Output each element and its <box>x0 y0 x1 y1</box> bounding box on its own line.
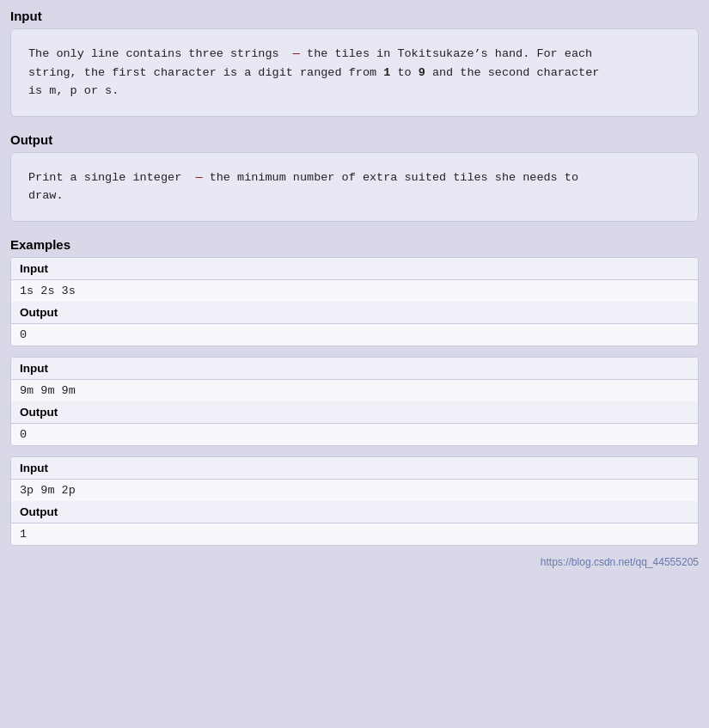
example-1-input-value: 1s 2s 3s <box>11 280 698 302</box>
output-label: Output <box>10 132 699 147</box>
output-dash: — <box>195 171 202 184</box>
example-2-output-value: 0 <box>11 424 698 445</box>
character-word: character <box>154 66 217 79</box>
example-block-2: Input 9m 9m 9m Output 0 <box>10 357 699 446</box>
example-2-input-label: Input <box>11 358 698 380</box>
example-block-1: Input 1s 2s 3s Output 0 <box>10 257 699 346</box>
example-block-3: Input 3p 9m 2p Output 1 <box>10 456 699 546</box>
example-3-output-label: Output <box>11 501 698 523</box>
output-section: Output Print a single integer — the mini… <box>10 132 699 222</box>
input-dash: — <box>293 47 300 60</box>
or-word: or <box>84 84 98 97</box>
examples-label: Examples <box>10 237 699 252</box>
example-2-input-value: 9m 9m 9m <box>11 380 698 401</box>
example-3-input-label: Input <box>11 457 698 480</box>
num-9: 9 <box>419 66 425 79</box>
example-1-output-label: Output <box>11 302 698 324</box>
output-content-box: Print a single integer — the minimum num… <box>10 152 699 222</box>
input-section: Input The only line contains three strin… <box>10 9 699 117</box>
input-label: Input <box>10 9 699 23</box>
example-2-output-label: Output <box>11 401 698 424</box>
examples-section: Examples Input 1s 2s 3s Output 0 Input 9… <box>10 237 699 546</box>
output-text: Print a single integer — the minimum num… <box>28 171 578 203</box>
num-1: 1 <box>383 66 390 79</box>
example-3-input-value: 3p 9m 2p <box>11 480 698 501</box>
watermark: https://blog.csdn.net/qq_44555205 <box>10 556 699 568</box>
input-content-box: The only line contains three strings — t… <box>10 28 699 117</box>
example-1-input-label: Input <box>11 258 698 280</box>
input-text: The only line contains three strings — t… <box>28 47 599 97</box>
example-1-output-value: 0 <box>11 324 698 346</box>
example-3-output-value: 1 <box>11 523 698 545</box>
